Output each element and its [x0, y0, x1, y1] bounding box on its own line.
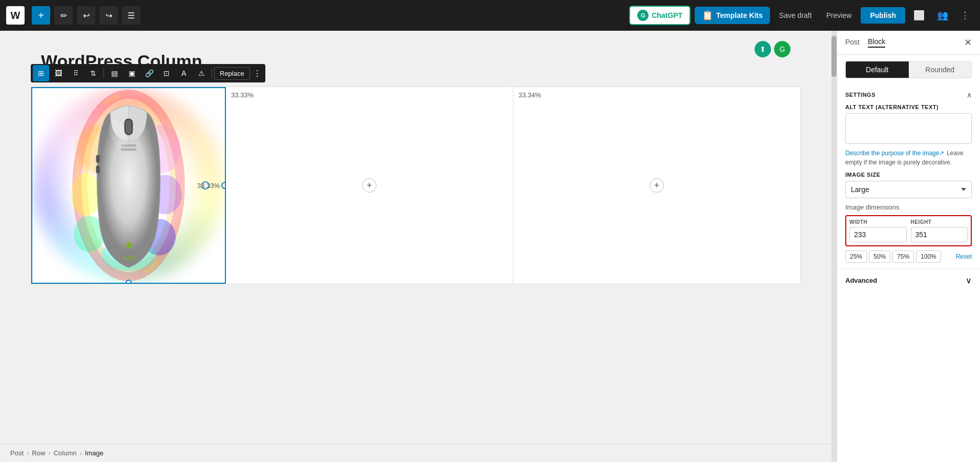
settings-section: Settings ∧ ALT TEXT (ALTERNATIVE TEXT) D… [837, 85, 980, 269]
alt-text-group: ALT TEXT (ALTERNATIVE TEXT) Describe the… [845, 104, 972, 166]
height-field: HEIGHT [911, 219, 968, 242]
svg-text:✦: ✦ [124, 240, 133, 252]
editor-scrollbar[interactable] [831, 31, 837, 462]
height-label: HEIGHT [911, 219, 968, 225]
resize-handle-right[interactable] [221, 182, 225, 189]
mouse-svg: ✦ RAZER [32, 88, 225, 283]
edit-tool-button[interactable]: ✏ [54, 6, 73, 25]
align-left-button[interactable]: ▤ [106, 65, 122, 81]
alt-text-input[interactable] [845, 113, 972, 144]
image-size-label: IMAGE SIZE [845, 172, 972, 178]
chatgpt-float-icon[interactable]: ⬆ [755, 41, 771, 57]
settings-chevron[interactable]: ∧ [967, 91, 972, 99]
template-kits-button[interactable]: 📋 Template Kits [695, 7, 770, 24]
pct-50-button[interactable]: 50% [869, 250, 890, 263]
crop-button[interactable]: ⊡ [158, 65, 175, 81]
breadcrumb-post[interactable]: Post [10, 449, 24, 457]
right-panel-scroll[interactable]: Settings ∧ ALT TEXT (ALTERNATIVE TEXT) D… [837, 85, 980, 462]
breadcrumb-row[interactable]: Row [32, 449, 45, 457]
users-button[interactable]: 👥 [933, 8, 952, 23]
redo-button[interactable]: ↪ [99, 6, 118, 25]
chatgpt-icon: G [637, 10, 649, 21]
editor-scrollbar-thumb[interactable] [831, 36, 837, 77]
column-3[interactable]: 33.34% + [513, 87, 800, 284]
style-default-button[interactable]: Default [846, 61, 909, 78]
svg-text:RAZER: RAZER [121, 256, 136, 261]
chatgpt-button[interactable]: G ChatGPT [629, 6, 691, 25]
view-toggle-button[interactable]: ⬜ [909, 8, 929, 23]
svg-rect-11 [126, 120, 132, 134]
width-input[interactable] [849, 227, 907, 242]
column-3-add-button[interactable]: + [650, 178, 664, 193]
breadcrumb-sep-2: › [48, 449, 50, 457]
resize-handle-bottom[interactable] [126, 280, 132, 283]
pct-25-button[interactable]: 25% [845, 250, 867, 263]
save-draft-button[interactable]: Save draft [774, 8, 817, 23]
link-button[interactable]: 🔗 [141, 65, 157, 81]
pct-100-button[interactable]: 100% [916, 250, 941, 263]
column-3-pct: 33.34% [518, 91, 541, 99]
text-button[interactable]: A [176, 65, 192, 81]
floating-icons: ⬆ G [755, 41, 790, 57]
wp-logo: W [6, 6, 25, 25]
pct-75-button[interactable]: 75% [892, 250, 914, 263]
image-button[interactable]: 🖼 [50, 65, 67, 81]
add-block-button[interactable]: + [32, 6, 50, 25]
panel-close-button[interactable]: ✕ [964, 37, 972, 48]
image-size-select[interactable]: Thumbnail Medium Large Full Size [845, 181, 972, 198]
advanced-section[interactable]: Advanced ∨ [837, 269, 980, 291]
breadcrumb-sep-1: › [27, 449, 29, 457]
grammarly-float-icon[interactable]: G [774, 41, 790, 57]
settings-section-header: Settings ∧ [845, 91, 972, 99]
alt-text-hint: Describe the purpose of the image↗ Leave… [845, 148, 972, 166]
tab-block[interactable]: Block [868, 37, 885, 48]
pct-buttons: 25% 50% 75% 100% Reset [845, 250, 972, 263]
column-2[interactable]: 33.33% + [226, 87, 513, 284]
style-rounded-button[interactable]: Rounded [909, 61, 972, 78]
reset-button[interactable]: Reset [956, 253, 972, 260]
drag-button[interactable]: ⠿ [68, 65, 84, 81]
editor-scroll-wrapper: ⬆ G WordPress Column ⊞ 🖼 ⠿ ⇅ ▤ ▣ [0, 31, 837, 462]
width-label: WIDTH [849, 219, 907, 225]
more-options-button[interactable]: ⋮ [956, 8, 974, 23]
menu-button[interactable]: ☰ [122, 6, 140, 25]
advanced-chevron: ∨ [966, 276, 972, 285]
alt-text-link[interactable]: Describe the purpose of the image↗ [845, 150, 944, 157]
image-block[interactable]: ✦ RAZER [32, 88, 225, 283]
column-1[interactable]: ✦ RAZER [31, 87, 226, 284]
align-center-button[interactable]: ▣ [123, 65, 140, 81]
columns-layout-button[interactable]: ⊞ [33, 65, 49, 81]
template-kits-label: Template Kits [716, 11, 763, 19]
advanced-label: Advanced [845, 277, 877, 284]
undo-button[interactable]: ↩ [77, 6, 95, 25]
toolbar-more-button[interactable]: ⋮ [251, 67, 263, 80]
image-dimensions-label: Image dimensions [845, 203, 972, 211]
panel-header: Post Block ✕ [837, 31, 980, 55]
template-kits-icon: 📋 [702, 10, 713, 21]
breadcrumb-image[interactable]: Image [85, 449, 103, 457]
editor-canvas: ⬆ G WordPress Column ⊞ 🖼 ⠿ ⇅ ▤ ▣ [0, 31, 831, 444]
replace-button[interactable]: Replace [214, 67, 250, 80]
toolbar-divider [103, 68, 104, 78]
topbar: W + ✏ ↩ ↪ ☰ G ChatGPT 📋 Template Kits Sa… [0, 0, 980, 31]
column-2-pct: 33.33% [231, 91, 254, 99]
publish-button[interactable]: Publish [861, 7, 905, 24]
preview-button[interactable]: Preview [821, 8, 857, 23]
columns-toolbar: ⊞ 🖼 ⠿ ⇅ ▤ ▣ 🔗 ⊡ A ⚠ Replace ⋮ [31, 64, 265, 82]
svg-rect-12 [96, 155, 99, 163]
svg-rect-15 [121, 149, 136, 151]
column-2-add-button[interactable]: + [362, 178, 377, 193]
warning-button[interactable]: ⚠ [193, 65, 210, 81]
columns-wrapper: ⊞ 🖼 ⠿ ⇅ ▤ ▣ 🔗 ⊡ A ⚠ Replace ⋮ [31, 87, 801, 284]
height-input[interactable] [911, 227, 968, 242]
toolbar-divider2 [212, 68, 212, 78]
move-button[interactable]: ⇅ [85, 65, 101, 81]
alt-text-label: ALT TEXT (ALTERNATIVE TEXT) [845, 104, 972, 110]
svg-rect-13 [96, 165, 99, 173]
svg-point-4 [71, 173, 101, 216]
image-pct-label: 33.33% [197, 182, 220, 190]
editor-area: ⬆ G WordPress Column ⊞ 🖼 ⠿ ⇅ ▤ ▣ [0, 31, 831, 462]
columns-row: ✦ RAZER [31, 87, 801, 284]
tab-post[interactable]: Post [845, 38, 860, 47]
breadcrumb-column[interactable]: Column [54, 449, 77, 457]
